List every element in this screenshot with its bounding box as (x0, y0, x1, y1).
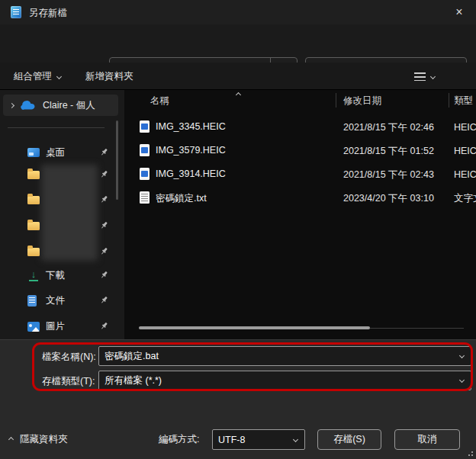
document-icon (27, 295, 37, 307)
table-row[interactable]: IMG_3345.HEIC 2021/8/15 下午 02:46 HEIC 檔案 (124, 116, 476, 137)
file-type: HEIC 檔案 (454, 121, 476, 134)
table-row[interactable]: IMG_3914.HEIC 2021/8/15 下午 02:43 HEIC 檔案 (124, 163, 476, 185)
title-bar: 另存新檔 × (0, 0, 476, 24)
chevron-down-icon[interactable] (293, 437, 298, 442)
encoding-value: UTF-8 (218, 435, 245, 445)
column-divider[interactable] (336, 93, 336, 108)
close-button[interactable]: × (449, 3, 470, 21)
file-name: 密碼鎖定.txt (156, 192, 207, 205)
file-date: 2021/8/15 下午 01:52 (343, 145, 434, 158)
pin-button[interactable] (99, 246, 109, 258)
column-divider[interactable] (449, 93, 449, 108)
sort-ascending-icon (236, 92, 241, 98)
file-type: 文字文件 (454, 192, 476, 205)
filename-input[interactable] (105, 351, 452, 361)
hide-folders-button[interactable]: 隱藏資料夾 (9, 429, 68, 450)
sidebar-scrollbar[interactable] (116, 120, 118, 200)
folder-icon (27, 171, 40, 179)
file-type: HEIC 檔案 (454, 145, 476, 158)
encoding-select[interactable]: UTF-8 (212, 429, 305, 450)
pin-icon (99, 295, 109, 305)
pin-icon (99, 169, 109, 179)
view-mode-button[interactable] (414, 63, 435, 90)
heic-file-icon (140, 144, 150, 156)
pin-icon (99, 270, 109, 280)
file-name: IMG_3914.HEIC (156, 169, 226, 179)
file-date: 2021/8/15 下午 02:43 (343, 169, 434, 181)
expand-chevron-icon[interactable] (9, 102, 14, 108)
download-icon: ↓ (27, 270, 40, 281)
footer: 檔案名稱(N): 存檔類型(T): 所有檔案 (*.*) 隱藏資料夾 編碼方式:… (0, 339, 476, 459)
pin-button[interactable] (99, 270, 109, 282)
pin-icon (99, 321, 109, 331)
pin-button[interactable] (99, 147, 109, 159)
table-row[interactable]: 密碼鎖定.txt 2023/4/20 下午 03:10 文字文件 (124, 187, 476, 208)
file-date: 2021/8/15 下午 02:46 (343, 121, 434, 134)
sidebar-item-folder-1[interactable] (0, 164, 118, 185)
save-as-dialog: 另存新檔 × ← → ↑ 桌面 HEIC檔 (0, 0, 476, 459)
heic-file-icon (140, 120, 150, 133)
resize-grip-icon[interactable] (465, 448, 473, 456)
desktop-icon (27, 148, 40, 157)
pin-icon (99, 220, 109, 230)
new-folder-label: 新增資料夾 (85, 70, 133, 83)
filetype-select[interactable]: 所有檔案 (*.*) (98, 371, 471, 390)
sidebar-item-downloads[interactable]: ↓ 下載 (0, 265, 118, 286)
notepad-icon (11, 6, 21, 18)
sidebar-item-documents[interactable]: 文件 (0, 290, 118, 311)
pin-button[interactable] (99, 295, 109, 307)
list-view-icon (414, 72, 426, 81)
folder-icon (27, 196, 40, 204)
pin-button[interactable] (99, 194, 109, 207)
sidebar-item-label: Claire - 個人 (43, 99, 95, 112)
main-area: Claire - 個人 桌面 (0, 90, 476, 339)
pictures-icon (27, 322, 40, 332)
column-header-name[interactable]: 名稱 (150, 95, 169, 108)
pin-button[interactable] (99, 220, 109, 233)
filename-field[interactable] (98, 346, 471, 366)
text-file-icon (140, 191, 150, 204)
filename-label: 檔案名稱(N): (42, 351, 96, 364)
filetype-label: 存檔類型(T): (42, 375, 95, 388)
command-bar: 組合管理 新增資料夾 ? (0, 63, 476, 90)
onedrive-cloud-icon (21, 101, 36, 110)
sidebar-item-folder-4[interactable] (0, 241, 118, 262)
navigation-bar: ← → ↑ 桌面 HEIC檔 搜尋 HEIC檔 (0, 24, 476, 63)
sidebar-item-onedrive[interactable]: Claire - 個人 (3, 95, 118, 116)
filetype-value: 所有檔案 (*.*) (105, 374, 162, 387)
pin-icon (99, 246, 109, 256)
new-folder-button[interactable]: 新增資料夾 (85, 63, 133, 90)
file-list-pane: 名稱 修改日期 類型 IMG_3345.HEIC 2021/8/15 下午 02… (124, 90, 476, 339)
window-title: 另存新檔 (29, 7, 67, 20)
save-button[interactable]: 存檔(S) (317, 429, 381, 450)
table-row[interactable]: IMG_3579.HEIC 2021/8/15 下午 01:52 HEIC 檔案 (124, 140, 476, 161)
encoding-label: 編碼方式: (159, 433, 199, 446)
sidebar-item-folder-2[interactable] (0, 189, 118, 210)
folder-icon (27, 222, 40, 230)
sidebar-item-folder-3[interactable] (0, 215, 118, 236)
file-date: 2023/4/20 下午 03:10 (343, 192, 434, 205)
organize-label: 組合管理 (14, 70, 52, 83)
chevron-down-icon[interactable] (459, 353, 465, 358)
file-name: IMG_3579.HEIC (156, 145, 226, 156)
chevron-down-icon[interactable] (459, 377, 465, 383)
cancel-button[interactable]: 取消 (394, 429, 460, 450)
column-header-date[interactable]: 修改日期 (343, 95, 381, 108)
navigation-pane: Claire - 個人 桌面 (0, 90, 124, 339)
pin-button[interactable] (99, 169, 109, 181)
folder-icon (27, 248, 40, 256)
chevron-up-icon (8, 437, 14, 442)
horizontal-scrollbar-thumb[interactable] (139, 326, 370, 329)
sidebar-item-pictures[interactable]: 圖片 (0, 316, 118, 337)
organize-button[interactable]: 組合管理 (14, 63, 61, 90)
file-type: HEIC 檔案 (454, 169, 476, 181)
column-header-type[interactable]: 類型 (454, 95, 473, 108)
sidebar-item-desktop[interactable]: 桌面 (0, 142, 118, 163)
pin-button[interactable] (99, 321, 109, 333)
file-name: IMG_3345.HEIC (156, 121, 226, 132)
pin-icon (99, 194, 109, 204)
chevron-down-icon (430, 73, 436, 79)
hide-folders-label: 隱藏資料夾 (20, 433, 68, 446)
divider (8, 127, 105, 128)
heic-file-icon (140, 168, 150, 180)
